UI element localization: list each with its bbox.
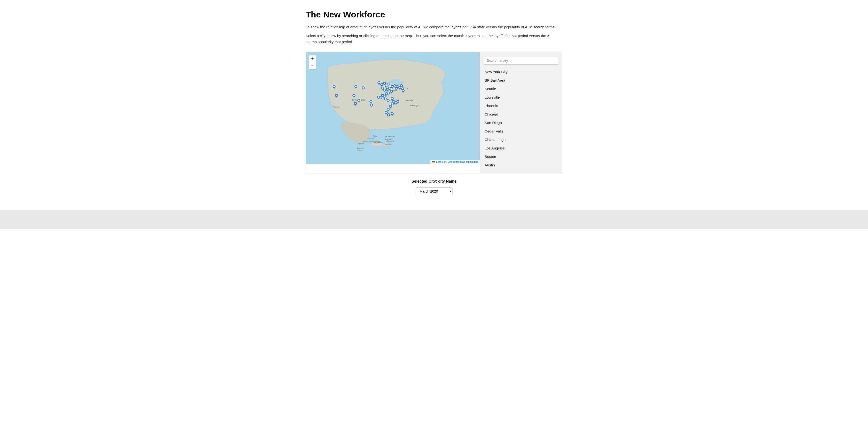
svg-text:Kingston: Kingston <box>385 144 392 145</box>
city-list-item[interactable]: Los Angeles <box>484 144 558 152</box>
svg-point-3 <box>389 81 393 83</box>
city-list-item[interactable]: Chattanooga <box>484 135 558 144</box>
svg-point-20 <box>377 143 378 144</box>
city-list-item[interactable]: New York City <box>484 68 558 76</box>
map-attribution: Leaflet | © OpenStreetMap contributors <box>430 160 480 164</box>
city-list-item[interactable]: Cedar Falls <box>484 127 558 135</box>
svg-text:La Habana: La Habana <box>374 142 383 144</box>
svg-text:Dominicana: Dominicana <box>385 141 394 143</box>
city-list-item[interactable]: Seattle <box>484 85 558 93</box>
bottom-area: Selected City: city Name January 2020Feb… <box>306 179 562 195</box>
city-list-item[interactable]: Chicago <box>484 110 558 119</box>
city-list-item[interactable]: Louisville <box>484 93 558 101</box>
osm-link[interactable]: © OpenStreetMap contributors <box>445 161 478 163</box>
svg-text:Washington: Washington <box>410 105 420 106</box>
svg-point-5 <box>396 83 401 85</box>
city-list-item[interactable]: Austin <box>484 161 558 169</box>
city-list-item[interactable]: SF Bay Area <box>484 76 558 85</box>
map-panel-container: United States Phoenix México Ciudad de M… <box>306 52 562 174</box>
leaflet-link[interactable]: Leaflet <box>436 161 443 163</box>
page-container: The New Workforce To show the relationsh… <box>301 0 567 210</box>
month-selector[interactable]: January 2020February 2020March 2020April… <box>415 187 453 195</box>
page-title: The New Workforce <box>306 10 562 20</box>
svg-text:Cuba: Cuba <box>373 135 377 137</box>
svg-text:Ottawa: Ottawa <box>398 87 404 89</box>
svg-point-6 <box>392 83 395 85</box>
city-search-input[interactable] <box>484 56 558 65</box>
svg-text:Phoenix: Phoenix <box>334 106 340 108</box>
svg-text:The Bahamas: The Bahamas <box>384 136 395 137</box>
svg-text:Toronto: Toronto <box>391 90 397 91</box>
svg-text:United States: United States <box>352 99 366 101</box>
description-1: To show the relationship of amount of la… <box>306 24 562 30</box>
bottom-bar <box>0 210 868 229</box>
svg-text:México: México <box>359 143 364 145</box>
description-2: Select a city below by searching or clic… <box>306 33 562 45</box>
city-list-item[interactable]: San Diego <box>484 119 558 127</box>
svg-text:New York: New York <box>406 100 413 101</box>
city-sidebar: New York CitySF Bay AreaSeattleLouisvill… <box>480 52 562 173</box>
selected-city-label: Selected City: city Name <box>306 179 562 184</box>
svg-text:Ciudad de: Ciudad de <box>357 147 365 149</box>
svg-marker-1 <box>328 60 445 129</box>
zoom-out-button[interactable]: − <box>309 62 316 69</box>
svg-text:Republica: Republica <box>385 139 393 141</box>
map-svg: United States Phoenix México Ciudad de M… <box>306 52 480 164</box>
svg-text:Honduras: Honduras <box>367 137 374 139</box>
svg-text:México: México <box>357 150 362 151</box>
map-controls: + − <box>309 55 316 69</box>
zoom-in-button[interactable]: + <box>309 56 316 62</box>
city-list-item[interactable]: Boston <box>484 152 558 161</box>
city-list-item[interactable]: Phoenix <box>484 101 558 110</box>
map-area[interactable]: United States Phoenix México Ciudad de M… <box>306 52 480 164</box>
city-list: New York CitySF Bay AreaSeattleLouisvill… <box>484 68 558 169</box>
